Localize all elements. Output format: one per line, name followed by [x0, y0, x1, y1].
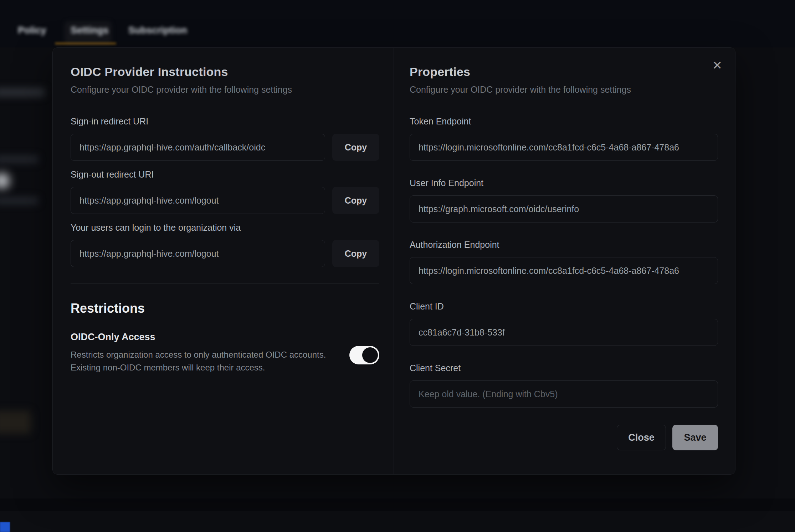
copy-button[interactable]: Copy	[332, 134, 379, 161]
userinfo-endpoint-input[interactable]	[410, 195, 718, 222]
modal-actions: Close Save	[410, 425, 718, 450]
oidc-only-access-description: Restricts organization access to only au…	[71, 348, 326, 374]
blurred-background-text	[0, 155, 39, 163]
page-footer-band	[0, 498, 795, 511]
authorization-endpoint-label: Authorization Endpoint	[410, 240, 718, 250]
client-id-label: Client ID	[410, 301, 718, 312]
tab-subscription[interactable]: Subscription	[128, 25, 187, 36]
bottom-left-blue-marker	[0, 522, 10, 532]
signin-redirect-field: Sign-in redirect URI Copy	[71, 116, 379, 161]
client-id-input[interactable]	[410, 319, 718, 346]
properties-subtitle: Configure your OIDC provider with the fo…	[410, 85, 718, 95]
restrictions-title: Restrictions	[71, 301, 379, 316]
blurred-background-dot	[0, 173, 9, 188]
client-secret-field: Client Secret	[410, 363, 718, 408]
blurred-background-text	[0, 88, 45, 97]
org-login-url-label: Your users can login to the organization…	[71, 222, 379, 233]
top-navigation-bar	[0, 0, 795, 47]
oidc-only-access-label: OIDC-Only Access	[71, 332, 326, 343]
authorization-endpoint-field: Authorization Endpoint	[410, 240, 718, 284]
blurred-background-text	[0, 197, 39, 205]
close-button[interactable]: Close	[617, 425, 666, 450]
token-endpoint-input[interactable]	[410, 134, 718, 161]
oidc-only-access-toggle[interactable]	[349, 346, 379, 364]
signin-redirect-input[interactable]	[71, 134, 325, 161]
org-login-url-input[interactable]	[71, 240, 325, 267]
properties-panel: Properties Configure your OIDC provider …	[394, 48, 735, 474]
token-endpoint-field: Token Endpoint	[410, 116, 718, 161]
active-tab-underline	[55, 42, 116, 45]
instructions-title: OIDC Provider Instructions	[71, 65, 379, 79]
tab-settings[interactable]: Settings	[71, 25, 109, 36]
copy-button[interactable]: Copy	[332, 187, 379, 214]
client-secret-label: Client Secret	[410, 363, 718, 373]
token-endpoint-label: Token Endpoint	[410, 116, 718, 127]
userinfo-endpoint-field: User Info Endpoint	[410, 178, 718, 222]
client-secret-input[interactable]	[410, 380, 718, 408]
instructions-panel: OIDC Provider Instructions Configure you…	[53, 48, 394, 474]
signout-redirect-field: Sign-out redirect URI Copy	[71, 169, 379, 214]
oidc-only-access-row: OIDC-Only Access Restricts organization …	[71, 332, 379, 374]
blurred-background-button	[0, 411, 31, 434]
signout-redirect-input[interactable]	[71, 187, 325, 214]
page-footer-band	[0, 511, 795, 532]
signout-redirect-label: Sign-out redirect URI	[71, 169, 379, 180]
close-icon[interactable]: ✕	[709, 56, 725, 74]
userinfo-endpoint-label: User Info Endpoint	[410, 178, 718, 188]
instructions-subtitle: Configure your OIDC provider with the fo…	[71, 85, 379, 95]
save-button[interactable]: Save	[672, 425, 718, 450]
copy-button[interactable]: Copy	[332, 240, 379, 267]
oidc-only-access-text: OIDC-Only Access Restricts organization …	[71, 332, 326, 374]
authorization-endpoint-input[interactable]	[410, 257, 718, 284]
oidc-provider-modal: ✕ OIDC Provider Instructions Configure y…	[52, 47, 735, 475]
org-login-url-field: Your users can login to the organization…	[71, 222, 379, 267]
toggle-knob	[362, 347, 378, 363]
section-divider	[71, 283, 379, 284]
signin-redirect-label: Sign-in redirect URI	[71, 116, 379, 127]
properties-title: Properties	[410, 65, 718, 79]
tab-policy[interactable]: Policy	[18, 25, 46, 36]
client-id-field: Client ID	[410, 301, 718, 346]
